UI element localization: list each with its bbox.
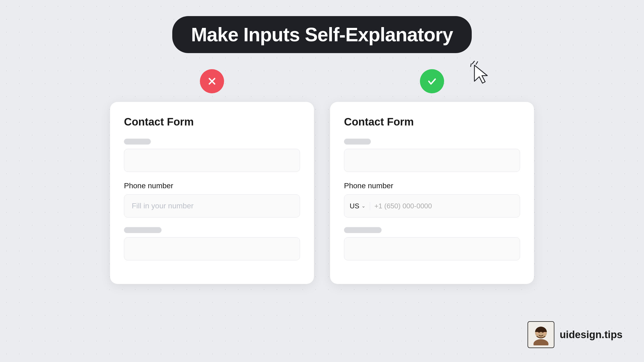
bad-phone-placeholder: Fill in your number [132, 202, 193, 210]
good-skeleton-label-2 [344, 227, 382, 233]
bad-badge [200, 69, 224, 93]
good-badge [420, 69, 444, 93]
cards-row: Contact Form Phone number Fill in your n… [110, 69, 534, 284]
check-icon [426, 75, 438, 87]
skeleton-label-1 [124, 139, 151, 145]
bad-input-field-3[interactable] [124, 237, 300, 260]
good-card-title: Contact Form [344, 116, 520, 128]
x-icon [206, 75, 218, 87]
good-input-field-3[interactable] [344, 237, 520, 260]
good-phone-label: Phone number [344, 182, 520, 190]
good-skeleton-label-1 [344, 139, 371, 145]
svg-point-7 [533, 339, 548, 345]
chevron-down-icon: ⌄ [361, 203, 365, 209]
good-phone-input[interactable]: US ⌄ +1 (650) 000-0000 [344, 194, 520, 217]
good-phone-placeholder: +1 (650) 000-0000 [374, 202, 432, 210]
svg-point-10 [536, 332, 539, 334]
avatar-box [528, 321, 554, 348]
svg-point-11 [543, 332, 546, 334]
bad-card-title: Contact Form [124, 116, 300, 128]
bad-phone-label: Phone number [124, 182, 300, 190]
branding-area: uidesign.tips [528, 321, 623, 348]
good-input-field-1[interactable] [344, 149, 520, 172]
good-card: Contact Form Phone number US ⌄ +1 (650) … [330, 102, 534, 284]
avatar-image [530, 324, 552, 345]
page-wrapper: Make Inputs Self-Explanatory [0, 0, 644, 362]
svg-line-0 [472, 61, 474, 64]
skeleton-label-2 [124, 227, 162, 233]
bad-card: Contact Form Phone number Fill in your n… [110, 102, 314, 284]
good-example-column: Contact Form Phone number US ⌄ +1 (650) … [330, 69, 534, 284]
brand-name: uidesign.tips [560, 329, 623, 341]
header-title: Make Inputs Self-Explanatory [191, 24, 453, 46]
bad-phone-input[interactable]: Fill in your number [124, 194, 300, 217]
bad-example-column: Contact Form Phone number Fill in your n… [110, 69, 314, 284]
bad-input-field-1[interactable] [124, 149, 300, 172]
header-pill: Make Inputs Self-Explanatory [172, 16, 472, 53]
svg-line-2 [471, 64, 471, 67]
country-code: US [350, 202, 359, 210]
country-selector[interactable]: US ⌄ [350, 202, 370, 210]
